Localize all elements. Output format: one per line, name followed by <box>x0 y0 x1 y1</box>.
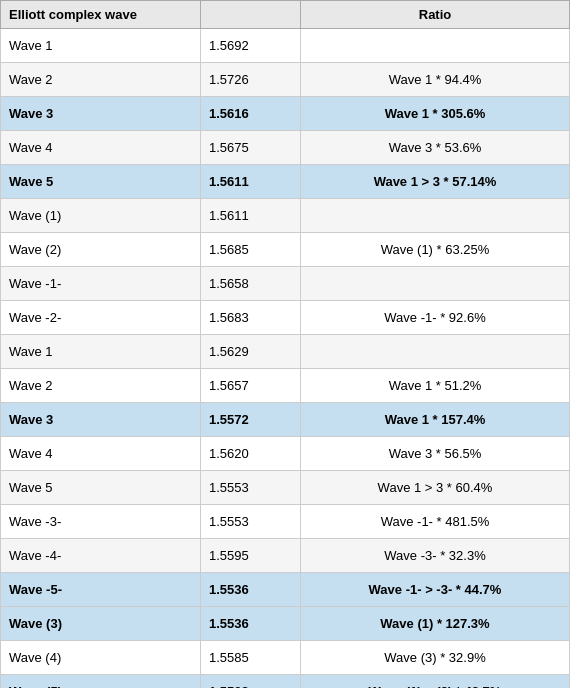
wave-ratio: Wave (3) * 32.9% <box>301 641 570 675</box>
wave-value: 1.5616 <box>201 97 301 131</box>
wave-name: Wave 4 <box>1 131 201 165</box>
wave-name: Wave -2- <box>1 301 201 335</box>
wave-value: 1.5536 <box>201 573 301 607</box>
wave-ratio: Wave -3- * 32.3% <box>301 539 570 573</box>
wave-value: 1.5611 <box>201 199 301 233</box>
wave-ratio <box>301 335 570 369</box>
wave-ratio <box>301 267 570 301</box>
wave-value: 1.5595 <box>201 539 301 573</box>
wave-name: Wave (5) <box>1 675 201 689</box>
wave-name: Wave 5 <box>1 471 201 505</box>
wave-name: Wave -5- <box>1 573 201 607</box>
wave-name: Wave 3 <box>1 97 201 131</box>
header-ratio: Ratio <box>301 1 570 29</box>
wave-value: 1.5585 <box>201 641 301 675</box>
wave-name: Wave 1 <box>1 29 201 63</box>
wave-ratio: Wave -1- * 481.5% <box>301 505 570 539</box>
wave-value: 1.5683 <box>201 301 301 335</box>
wave-name: Wave 5 <box>1 165 201 199</box>
wave-name: Wave -3- <box>1 505 201 539</box>
wave-ratio <box>301 29 570 63</box>
wave-ratio: Wave 1 * 305.6% <box>301 97 570 131</box>
wave-name: Wave -1- <box>1 267 201 301</box>
wave-ratio: Wave 1 > 3 * 57.14% <box>301 165 570 199</box>
wave-value: 1.5685 <box>201 233 301 267</box>
wave-ratio: Wave 3 * 56.5% <box>301 437 570 471</box>
wave-ratio: Wave 3 * 53.6% <box>301 131 570 165</box>
wave-value: 1.5536 <box>201 607 301 641</box>
wave-ratio: Wave (1) * 127.3% <box>301 607 570 641</box>
wave-value: 1.5726 <box>201 63 301 97</box>
wave-value: 1.5620 <box>201 437 301 471</box>
wave-name: Wave (2) <box>1 233 201 267</box>
wave-value: 1.5572 <box>201 403 301 437</box>
wave-name: Wave (1) <box>1 199 201 233</box>
wave-ratio: Wave -1- * 92.6% <box>301 301 570 335</box>
wave-value: 1.5658 <box>201 267 301 301</box>
wave-ratio <box>301 199 570 233</box>
wave-ratio: Wave 1 * 157.4% <box>301 403 570 437</box>
wave-value: 1.5503 <box>201 675 301 689</box>
wave-ratio: Wave -1- > -3- * 44.7% <box>301 573 570 607</box>
wave-name: Wave (3) <box>1 607 201 641</box>
wave-value: 1.5553 <box>201 505 301 539</box>
wave-name: Wave 1 <box>1 335 201 369</box>
wave-value: 1.5611 <box>201 165 301 199</box>
wave-name: Wave (4) <box>1 641 201 675</box>
wave-value: 1.5675 <box>201 131 301 165</box>
wave-name: Wave 4 <box>1 437 201 471</box>
wave-value: 1.5629 <box>201 335 301 369</box>
wave-ratio: Wave 1 * 51.2% <box>301 369 570 403</box>
wave-name: Wave 2 <box>1 369 201 403</box>
wave-name: Wave -4- <box>1 539 201 573</box>
wave-ratio: Wave 1 * 94.4% <box>301 63 570 97</box>
wave-name: Wave 3 <box>1 403 201 437</box>
wave-value: 1.5692 <box>201 29 301 63</box>
wave-value: 1.5553 <box>201 471 301 505</box>
wave-ratio: Wave 1 > 3 * 60.4% <box>301 471 570 505</box>
wave-ratio: Wave (1) * 63.25% <box>301 233 570 267</box>
wave-name: Wave 2 <box>1 63 201 97</box>
wave-value: 1.5657 <box>201 369 301 403</box>
header-value <box>201 1 301 29</box>
wave-ratio: Wave (1) > (3) * 42.7% <box>301 675 570 689</box>
header-wave-name: Elliott complex wave <box>1 1 201 29</box>
